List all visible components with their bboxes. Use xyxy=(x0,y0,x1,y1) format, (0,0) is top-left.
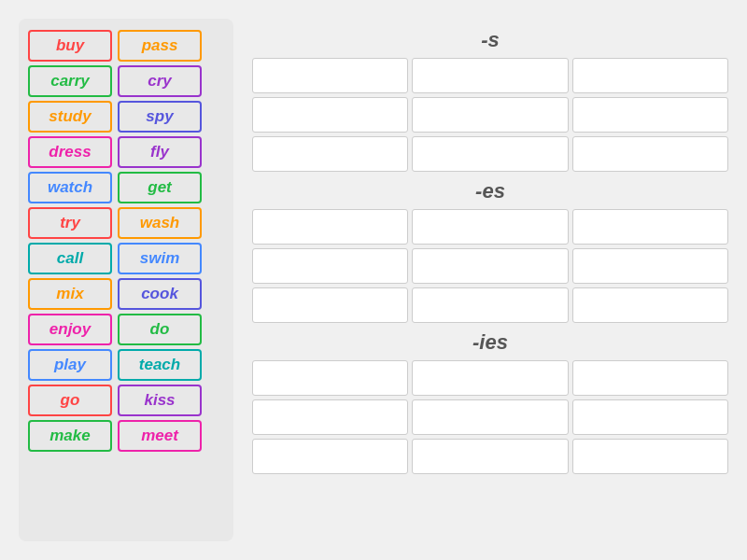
word-tile-meet[interactable]: meet xyxy=(118,420,202,452)
word-row: playteach xyxy=(28,349,224,381)
drop-cell[interactable] xyxy=(412,58,568,93)
drop-cell[interactable] xyxy=(412,360,568,396)
word-tile-study[interactable]: study xyxy=(28,101,112,133)
word-tile-get[interactable]: get xyxy=(118,172,202,203)
drop-cell[interactable] xyxy=(572,439,728,474)
drop-cell[interactable] xyxy=(412,399,568,435)
word-tile-try[interactable]: try xyxy=(28,207,112,239)
drop-cell[interactable] xyxy=(252,439,408,474)
word-row: dressfly xyxy=(28,136,224,168)
word-tile-make[interactable]: make xyxy=(28,420,112,452)
word-tile-go[interactable]: go xyxy=(28,385,112,416)
drop-cell[interactable] xyxy=(252,97,408,133)
word-row: mixcook xyxy=(28,278,224,310)
drop-cell[interactable] xyxy=(572,360,728,396)
word-tile-wash[interactable]: wash xyxy=(118,207,202,239)
word-row: watchget xyxy=(28,172,224,203)
word-row: callswim xyxy=(28,243,224,274)
drop-cell[interactable] xyxy=(412,248,568,284)
drop-cell[interactable] xyxy=(572,209,728,245)
drop-cell[interactable] xyxy=(252,209,408,245)
word-tile-play[interactable]: play xyxy=(28,349,112,381)
drop-cell[interactable] xyxy=(572,248,728,284)
drop-cell[interactable] xyxy=(572,58,728,93)
word-tile-buy[interactable]: buy xyxy=(28,30,112,62)
drop-cell[interactable] xyxy=(412,136,568,172)
section-label--ies: -ies xyxy=(252,330,728,355)
drop-cell[interactable] xyxy=(252,360,408,396)
word-tile-dress[interactable]: dress xyxy=(28,136,112,168)
drop-cell[interactable] xyxy=(572,399,728,435)
word-tile-cry[interactable]: cry xyxy=(118,65,202,97)
word-row: makemeet xyxy=(28,420,224,452)
word-tile-spy[interactable]: spy xyxy=(118,101,202,133)
drop-cell[interactable] xyxy=(572,97,728,133)
drop-cell[interactable] xyxy=(412,97,568,133)
drop-cell[interactable] xyxy=(572,287,728,323)
word-row: buypass xyxy=(28,30,224,62)
word-tile-cook[interactable]: cook xyxy=(118,278,202,310)
drop-cell[interactable] xyxy=(412,439,568,474)
drop-grid--s xyxy=(252,58,728,172)
word-row: trywash xyxy=(28,207,224,239)
section-es: -es xyxy=(252,179,728,323)
word-tile-fly[interactable]: fly xyxy=(118,136,202,168)
drop-cell[interactable] xyxy=(572,136,728,172)
word-tile-teach[interactable]: teach xyxy=(118,349,202,381)
word-tile-carry[interactable]: carry xyxy=(28,65,112,97)
word-tile-pass[interactable]: pass xyxy=(118,30,202,62)
drop-zones: -s-es-ies xyxy=(252,19,728,541)
section-label--es: -es xyxy=(252,179,728,203)
word-row: enjoydo xyxy=(28,314,224,345)
word-tile-swim[interactable]: swim xyxy=(118,243,202,274)
word-row: gokiss xyxy=(28,385,224,416)
drop-cell[interactable] xyxy=(252,399,408,435)
main-container: buypasscarrycrystudyspydressflywatchgett… xyxy=(0,0,747,560)
word-row: carrycry xyxy=(28,65,224,97)
word-tile-call[interactable]: call xyxy=(28,243,112,274)
word-bank: buypasscarrycrystudyspydressflywatchgett… xyxy=(19,19,233,541)
word-tile-watch[interactable]: watch xyxy=(28,172,112,203)
drop-cell[interactable] xyxy=(252,248,408,284)
drop-cell[interactable] xyxy=(252,58,408,93)
word-row: studyspy xyxy=(28,101,224,133)
section-s: -s xyxy=(252,28,728,172)
word-tile-enjoy[interactable]: enjoy xyxy=(28,314,112,345)
word-tile-do[interactable]: do xyxy=(118,314,202,345)
drop-cell[interactable] xyxy=(252,136,408,172)
drop-cell[interactable] xyxy=(252,287,408,323)
section-label--s: -s xyxy=(252,28,728,52)
drop-cell[interactable] xyxy=(412,287,568,323)
word-tile-kiss[interactable]: kiss xyxy=(118,385,202,416)
drop-grid--es xyxy=(252,209,728,323)
word-tile-mix[interactable]: mix xyxy=(28,278,112,310)
drop-cell[interactable] xyxy=(412,209,568,245)
section-ies: -ies xyxy=(252,330,728,474)
drop-grid--ies xyxy=(252,360,728,474)
